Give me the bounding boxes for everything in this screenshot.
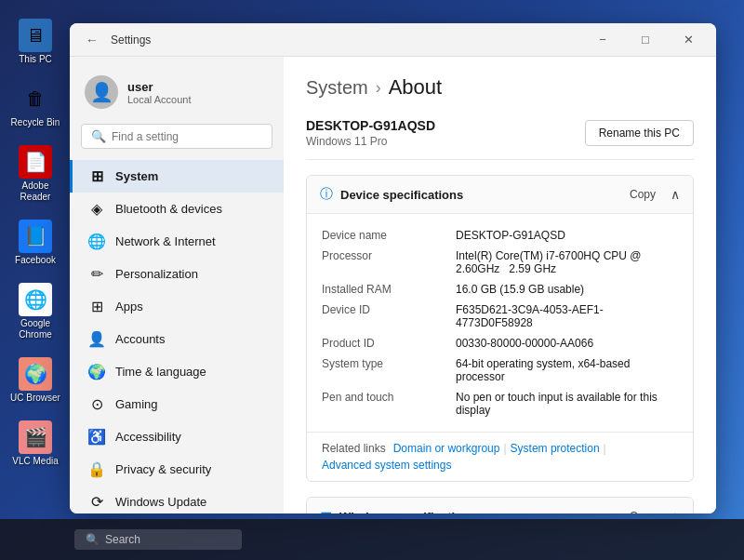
spec-row-ram: Installed RAM 16.0 GB (15.9 GB usable) [322, 279, 678, 300]
sidebar-item-gaming[interactable]: ⊙ Gaming [70, 388, 284, 420]
sidebar-item-accessibility[interactable]: ♿ Accessibility [70, 420, 284, 453]
desktop-icon-facebook[interactable]: 📘 Facebook [7, 220, 63, 266]
page-title: About [389, 75, 443, 100]
sidebar-item-label: Network & Internet [115, 234, 216, 248]
desktop-icon-recycle[interactable]: 🗑 Recycle Bin [7, 82, 63, 128]
copy-device-specs-button[interactable]: Copy [622, 185, 663, 204]
desktop-icon-thispc[interactable]: 🖥 This PC [7, 19, 63, 65]
sidebar-item-label: System [115, 169, 158, 183]
sidebar-item-apps[interactable]: ⊞ Apps [70, 290, 284, 323]
sidebar-item-label: Time & language [115, 365, 206, 379]
related-links: Related links Domain or workgroup | Syst… [307, 432, 693, 481]
title-bar-left: ← Settings [81, 29, 151, 51]
spec-row-device-id: Device ID F635D621-3C9A-4053-AEF1-4773D0… [322, 300, 678, 333]
spec-row-product-id: Product ID 00330-80000-00000-AA066 [322, 333, 678, 353]
sidebar-item-accounts[interactable]: 👤 Accounts [70, 323, 284, 355]
sidebar-item-label: Windows Update [115, 495, 206, 509]
windows-icon: ⊞ [320, 508, 332, 514]
sidebar-item-time[interactable]: 🌍 Time & language [70, 355, 284, 388]
taskbar-search-label: Search [105, 533, 140, 546]
collapse-device-specs-button[interactable]: ∧ [671, 187, 680, 202]
sidebar-item-label: Accessibility [115, 430, 181, 444]
device-specs-section: ⓘ Device specifications Copy ∧ Device na… [306, 175, 694, 482]
spec-row-system-type: System type 64-bit operating system, x64… [322, 353, 678, 387]
domain-workgroup-link[interactable]: Domain or workgroup [393, 442, 500, 455]
page-header: System › About [306, 75, 694, 100]
collapse-windows-specs-button[interactable]: ∧ [671, 509, 680, 513]
sidebar-item-label: Privacy & security [115, 462, 211, 476]
content-area: 👤 user Local Account 🔍 ⊞ System ◈ Blueto… [70, 57, 716, 513]
search-box[interactable]: 🔍 [81, 124, 272, 149]
desktop-icon-vlc[interactable]: 🎬 VLC Media [7, 420, 63, 467]
copy-windows-specs-button[interactable]: Copy [622, 507, 663, 513]
pc-info: DESKTOP-G91AQSD Windows 11 Pro [306, 118, 435, 148]
system-icon: ⊞ [87, 167, 106, 185]
title-bar: ← Settings − □ ✕ [70, 23, 716, 57]
sidebar-item-label: Accounts [115, 332, 165, 346]
sidebar-item-update[interactable]: ⟳ Windows Update [70, 486, 284, 513]
windows-specs-section: ⊞ Windows specifications Copy ∧ Edition … [306, 497, 694, 513]
info-icon: ⓘ [320, 186, 333, 203]
sidebar-item-system[interactable]: ⊞ System [70, 160, 284, 193]
gaming-icon: ⊙ [87, 395, 106, 413]
related-links-label: Related links [322, 442, 386, 455]
user-section: 👤 user Local Account [70, 68, 284, 124]
avatar: 👤 [85, 75, 118, 109]
window-title: Settings [111, 33, 151, 47]
desktop-icon-ucbrowser[interactable]: 🌍 UC Browser [7, 357, 63, 404]
windows-specs-title: Windows specifications [339, 510, 476, 514]
privacy-icon: 🔒 [87, 460, 106, 478]
spec-header-actions: Copy ∧ [622, 185, 680, 204]
device-specs-title: Device specifications [340, 188, 463, 202]
sidebar-item-network[interactable]: 🌐 Network & Internet [70, 225, 284, 258]
sidebar-item-personalization[interactable]: ✏ Personalization [70, 258, 284, 290]
desktop-icon-adobe[interactable]: 📄 Adobe Reader [7, 145, 63, 203]
accessibility-icon: ♿ [87, 428, 106, 446]
personalization-icon: ✏ [87, 265, 106, 283]
update-icon: ⟳ [87, 493, 106, 511]
taskbar-search[interactable]: 🔍 Search [74, 529, 242, 550]
sidebar-item-label: Bluetooth & devices [115, 202, 222, 216]
taskbar-search-icon: 🔍 [86, 533, 100, 546]
spec-header-left: ⓘ Device specifications [320, 186, 463, 203]
sidebar: 👤 user Local Account 🔍 ⊞ System ◈ Blueto… [70, 57, 284, 513]
taskbar: 🔍 Search [0, 519, 744, 560]
spec-row-pen-touch: Pen and touch No pen or touch input is a… [322, 387, 678, 420]
pc-os: Windows 11 Pro [306, 135, 435, 148]
network-icon: 🌐 [87, 233, 106, 250]
maximize-button[interactable]: □ [625, 26, 666, 54]
time-icon: 🌍 [87, 363, 106, 380]
minimize-button[interactable]: − [582, 26, 623, 54]
system-protection-link[interactable]: System protection [511, 442, 600, 455]
advanced-system-link[interactable]: Advanced system settings [322, 459, 451, 472]
pc-name: DESKTOP-G91AQSD [306, 118, 435, 133]
breadcrumb-parent: System [306, 77, 368, 99]
spec-header-left-win: ⊞ Windows specifications [320, 508, 476, 514]
spec-row-processor: Processor Intel(R) Core(TM) i7-6700HQ CP… [322, 246, 678, 279]
back-button[interactable]: ← [81, 29, 103, 51]
pc-banner: DESKTOP-G91AQSD Windows 11 Pro Rename th… [306, 118, 694, 160]
apps-icon: ⊞ [87, 298, 106, 315]
sidebar-item-bluetooth[interactable]: ◈ Bluetooth & devices [70, 193, 284, 225]
user-type: Local Account [127, 94, 192, 105]
device-specs-header: ⓘ Device specifications Copy ∧ [307, 176, 693, 214]
search-input[interactable] [112, 130, 262, 143]
search-icon: 🔍 [91, 129, 106, 143]
user-name: user [127, 80, 192, 94]
main-panel: System › About DESKTOP-G91AQSD Windows 1… [284, 57, 716, 513]
accounts-icon: 👤 [87, 330, 106, 348]
device-specs-body: Device name DESKTOP-G91AQSD Processor In… [307, 214, 693, 432]
win-spec-header-actions: Copy ∧ [622, 507, 680, 513]
windows-specs-header: ⊞ Windows specifications Copy ∧ [307, 498, 693, 513]
rename-pc-button[interactable]: Rename this PC [585, 120, 694, 146]
close-button[interactable]: ✕ [668, 26, 709, 54]
sidebar-item-privacy[interactable]: 🔒 Privacy & security [70, 453, 284, 486]
user-info: user Local Account [127, 80, 192, 105]
bluetooth-icon: ◈ [87, 200, 106, 218]
desktop-icons: 🖥 This PC 🗑 Recycle Bin 📄 Adobe Reader 📘… [7, 19, 63, 467]
settings-window: ← Settings − □ ✕ 👤 user Local Account 🔍 [70, 23, 716, 513]
window-controls: − □ ✕ [582, 26, 709, 54]
spec-row-device-name: Device name DESKTOP-G91AQSD [322, 225, 678, 246]
breadcrumb-separator: › [376, 78, 381, 98]
desktop-icon-chrome[interactable]: 🌐 Google Chrome [7, 283, 63, 340]
